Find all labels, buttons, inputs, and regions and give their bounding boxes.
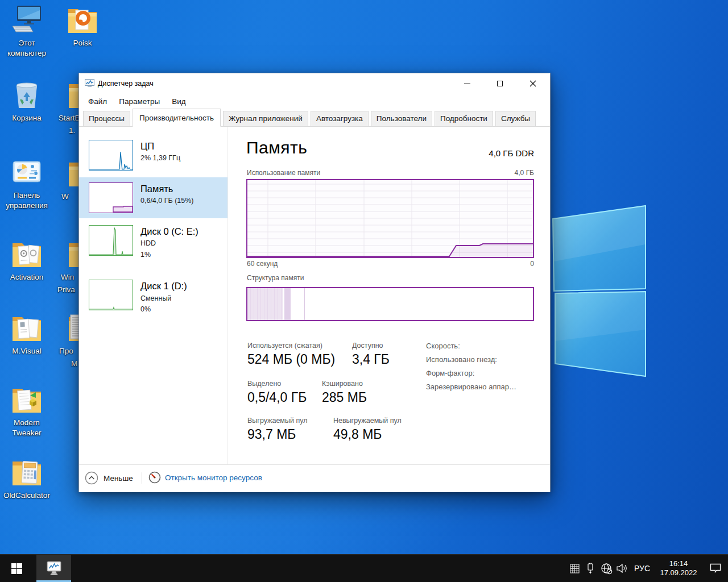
memory-composition-bar[interactable] [246,287,534,321]
fewer-details-button[interactable]: Меньше [85,471,133,485]
tray-volume-icon[interactable] [614,555,630,582]
sidebar-item-cpu[interactable]: ЦП 2% 1,39 ГГц [79,135,228,176]
hw-speed-label: Скорость: [426,342,460,350]
resource-monitor-label: Открыть монитор ресурсов [165,473,262,482]
chevron-up-circle-icon [85,471,98,485]
composition-in-use-segment [247,288,283,320]
composition-modified-segment [284,288,291,320]
stat-paged-pool-label: Выгружаемый пул [247,417,307,425]
desktop-icon-recycle-bin[interactable]: Корзина [1,80,53,123]
memory-composition-label: Структура памяти [247,274,304,282]
tab-performance[interactable]: Производительность [133,109,221,127]
desktop-icon-label: Корзина [12,113,41,123]
task-manager-app-icon [85,79,94,88]
menu-view[interactable]: Вид [167,95,190,107]
poisk-folder-icon [67,5,98,35]
memory-pane-title: Память [246,138,308,157]
start-button[interactable] [0,555,33,582]
tray-input-grid-icon[interactable] [566,555,582,582]
stat-committed-label: Выделено [247,380,281,388]
taskbar: РУС 16:14 17.09.2022 [0,554,728,582]
desktop-icon-label: M.Visual [12,346,42,356]
sidebar-disk1-title: Диск 1 (D:) [140,280,187,292]
this-pc-icon [10,5,43,35]
stat-in-use-value: 524 МБ (0 МБ) [247,352,335,367]
stat-available-value: 3,4 ГБ [352,352,390,367]
close-button[interactable] [516,73,549,94]
sidebar-item-disk1[interactable]: Диск 1 (D:) Сменный 0% [79,275,228,327]
sidebar-disk0-stats: HDD 1% [140,238,198,260]
menu-file[interactable]: Файл [84,95,111,107]
stat-committed-value: 0,5/4,0 ГБ [247,390,307,405]
window-footer: Меньше Открыть монитор ресурсов [79,464,550,492]
stat-cached-label: Кэшировано [322,380,363,388]
sidebar-item-memory[interactable]: Память 0,6/4,0 ГБ (15%) [79,177,228,218]
desktop-icon-poisk[interactable]: Poisk [56,5,109,48]
tab-startup[interactable]: Автозагрузка [311,111,369,127]
minimize-icon [464,84,470,84]
desktop-icon-label: Activation [10,272,44,282]
composition-standby-divider [304,288,305,320]
desktop-icon-label2: М [56,359,77,369]
disk0-mini-chart [89,225,133,256]
chart-time-span-label: 60 секунд [247,260,278,268]
desktop-icon-label: Poisk [73,38,92,48]
m-visual-folder-icon [11,313,43,343]
performance-sidebar: ЦП 2% 1,39 ГГц Память 0,6/4,0 ГБ (15%) [79,127,228,464]
tray-network-globe-no-internet-icon[interactable] [598,555,614,582]
sidebar-cpu-title: ЦП [140,140,180,152]
usage-chart-label: Использование памяти [247,169,320,177]
old-calculator-folder-icon [11,457,43,488]
action-center-button[interactable] [703,555,728,582]
stat-cached-value: 285 МБ [322,390,367,405]
menu-options[interactable]: Параметры [114,95,164,107]
chart-time-zero-label: 0 [530,260,534,268]
modern-tweaker-folder-icon [11,384,43,415]
task-manager-window: Диспетчер задач Файл Параметры Вид Проце… [78,73,551,492]
tab-users[interactable]: Пользователи [371,111,432,127]
recycle-bin-icon [12,80,42,110]
desktop-icon-m-visual[interactable]: M.Visual [1,313,53,356]
desktop-icon-label: W [56,192,69,202]
tab-app-history[interactable]: Журнал приложений [223,111,308,127]
tab-services[interactable]: Службы [495,111,536,127]
menu-bar: Файл Параметры Вид [79,94,550,109]
desktop-icon-label: Modern Tweaker [12,418,41,438]
stat-in-use-label: Используется (сжатая) [247,342,322,350]
minimize-button[interactable] [450,73,483,94]
tray-safely-remove-usb-icon[interactable] [582,555,598,582]
desktop-icon-old-calculator[interactable]: OldCalculator [1,457,53,501]
sidebar-memory-stats: 0,6/4,0 ГБ (15%) [140,196,194,206]
desktop-icon-label: Панель управления [6,190,48,211]
tray-language-indicator[interactable]: РУС [630,564,654,573]
window-title: Диспетчер задач [98,80,154,88]
sidebar-disk0-title: Диск 0 (C: E:) [140,226,198,238]
desktop-icon-activation[interactable]: Activation [1,239,53,282]
maximize-icon [497,81,503,86]
footer-separator [142,472,142,484]
hw-form-factor-label: Форм-фактор: [426,369,474,377]
stat-nonpaged-pool-label: Невыгружаемый пул [333,417,402,425]
close-icon [530,80,536,87]
stat-nonpaged-pool-value: 49,8 МБ [333,427,382,442]
activation-folder-icon [11,239,43,269]
tab-processes[interactable]: Процессы [83,111,130,127]
action-center-icon [710,563,721,573]
desktop-icon-label: Про [56,346,73,356]
window-titlebar[interactable]: Диспетчер задач [79,73,550,94]
task-manager-taskbar-icon [46,560,63,577]
cpu-mini-chart [89,140,133,171]
desktop-icon-label: StartE [56,113,80,123]
desktop-icon-label: Этот компьютер [7,38,46,59]
taskbar-task-manager-button[interactable] [36,555,71,582]
tab-details[interactable]: Подробности [435,111,493,127]
memory-usage-chart[interactable] [246,179,534,258]
desktop-icon-modern-tweaker[interactable]: Modern Tweaker [1,384,53,438]
desktop-icon-control-panel[interactable]: Панель управления [1,158,53,211]
tray-clock[interactable]: 16:14 17.09.2022 [654,559,703,577]
maximize-button[interactable] [483,73,516,94]
desktop-icon-this-pc[interactable]: Этот компьютер [1,5,53,59]
open-resource-monitor-link[interactable]: Открыть монитор ресурсов [148,471,262,484]
usage-chart-max: 4,0 ГБ [515,169,534,177]
sidebar-item-disk0[interactable]: Диск 0 (C: E:) HDD 1% [79,220,228,273]
